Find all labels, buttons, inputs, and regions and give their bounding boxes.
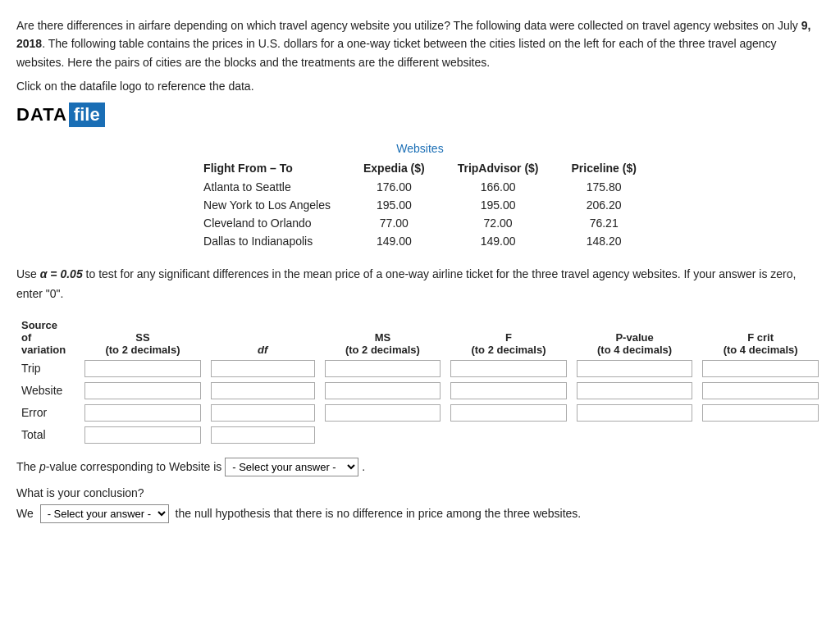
- anova-ms-input[interactable]: [325, 404, 441, 422]
- priceline-cell: 206.20: [555, 196, 653, 214]
- priceline-cell: 148.20: [555, 232, 653, 250]
- flight-cell: Dallas to Indianapolis: [187, 232, 347, 250]
- anova-ms-input[interactable]: [325, 360, 441, 377]
- anova-ms-cell: [320, 424, 446, 446]
- priceline-header: Priceline ($): [555, 158, 653, 178]
- anova-fcrit-input[interactable]: [702, 404, 819, 422]
- conclusion-text-after: the null hypothesis that there is no dif…: [176, 507, 582, 520]
- expedia-cell: 149.00: [347, 232, 441, 250]
- intro-paragraph: Are there differences in airfare dependi…: [16, 16, 824, 71]
- conclusion-line: We - Select your answer -rejectdo not re…: [16, 504, 824, 523]
- anova-f-cell[interactable]: [445, 380, 572, 402]
- alpha-symbol: α = 0.05: [40, 267, 83, 280]
- anova-ms-input[interactable]: [325, 382, 441, 399]
- anova-fcrit-cell: [697, 424, 824, 446]
- anova-fcrit-cell[interactable]: [697, 402, 824, 424]
- anova-df-input[interactable]: [211, 404, 315, 422]
- anova-ss-input[interactable]: [84, 382, 201, 399]
- flight-data-table: Flight From – To Expedia ($) TripAdvisor…: [187, 158, 653, 250]
- anova-ss-input[interactable]: [84, 360, 201, 377]
- anova-source-cell: Error: [16, 402, 80, 424]
- table-row: New York to Los Angeles 195.00 195.00 20…: [187, 196, 653, 214]
- alpha-rest: to test for any significant differences …: [16, 267, 796, 300]
- expedia-cell: 195.00: [347, 196, 441, 214]
- anova-ss-input[interactable]: [84, 404, 201, 422]
- priceline-cell: 175.80: [555, 178, 653, 196]
- anova-pvalue-cell[interactable]: [572, 402, 698, 424]
- pvalue-text-before: The p-value corresponding to Website is: [16, 460, 225, 473]
- anova-fcrit-input[interactable]: [702, 360, 819, 377]
- anova-df-input[interactable]: [211, 360, 315, 377]
- anova-table: Source of variation SS (to 2 decimals) d…: [16, 317, 824, 446]
- anova-ms-cell[interactable]: [320, 380, 446, 402]
- anova-row: Trip: [16, 358, 824, 380]
- priceline-cell: 76.21: [555, 214, 653, 232]
- anova-pvalue-input[interactable]: [577, 360, 693, 377]
- anova-pvalue-input[interactable]: [577, 404, 693, 422]
- logo-data-text: DATA: [16, 104, 67, 125]
- table-row: Cleveland to Orlando 77.00 72.00 76.21: [187, 214, 653, 232]
- ss-header: SS (to 2 decimals): [80, 317, 206, 358]
- anova-f-cell[interactable]: [445, 358, 572, 380]
- flight-cell: New York to Los Angeles: [187, 196, 347, 214]
- table-header-row: Flight From – To Expedia ($) TripAdvisor…: [187, 158, 653, 178]
- click-instruction: Click on the datafile logo to reference …: [16, 80, 824, 93]
- expedia-cell: 176.00: [347, 178, 441, 196]
- anova-section: Source of variation SS (to 2 decimals) d…: [16, 317, 824, 446]
- anova-pvalue-input[interactable]: [577, 382, 693, 399]
- df-header: df: [206, 317, 320, 358]
- anova-df-cell[interactable]: [206, 402, 320, 424]
- anova-f-input[interactable]: [450, 382, 567, 399]
- intro-text-after: . The following table contains the price…: [16, 37, 777, 68]
- anova-fcrit-input[interactable]: [702, 382, 819, 399]
- anova-df-cell[interactable]: [206, 358, 320, 380]
- pvalue-line: The p-value corresponding to Website is …: [16, 458, 824, 476]
- anova-pvalue-cell: [572, 424, 698, 446]
- anova-row: Total: [16, 424, 824, 446]
- anova-ms-cell[interactable]: [320, 402, 446, 424]
- anova-f-input[interactable]: [450, 360, 567, 377]
- table-row: Atlanta to Seattle 176.00 166.00 175.80: [187, 178, 653, 196]
- anova-df-cell[interactable]: [206, 424, 320, 446]
- tripadvisor-cell: 195.00: [441, 196, 555, 214]
- anova-pvalue-cell[interactable]: [572, 380, 698, 402]
- anova-pvalue-cell[interactable]: [572, 358, 698, 380]
- pvalue-header: P-value (to 4 decimals): [572, 317, 698, 358]
- anova-f-input[interactable]: [450, 404, 567, 422]
- anova-df-input[interactable]: [211, 382, 315, 399]
- tripadvisor-header: TripAdvisor ($): [441, 158, 555, 178]
- anova-ss-cell[interactable]: [80, 402, 206, 424]
- anova-fcrit-cell[interactable]: [697, 380, 824, 402]
- conclusion-section: What is your conclusion? We - Select you…: [16, 486, 824, 523]
- data-table-container: Websites Flight From – To Expedia ($) Tr…: [16, 142, 824, 250]
- tripadvisor-cell: 166.00: [441, 178, 555, 196]
- pvalue-text-after: .: [362, 460, 365, 473]
- use-text: Use: [16, 267, 37, 280]
- fcrit-header: F crit (to 4 decimals): [697, 317, 824, 358]
- anova-header-row-1: Source of variation SS (to 2 decimals) d…: [16, 317, 824, 358]
- anova-df-input[interactable]: [211, 426, 315, 444]
- source-header: Source of variation: [16, 317, 80, 358]
- anova-df-cell[interactable]: [206, 380, 320, 402]
- anova-ms-cell[interactable]: [320, 358, 446, 380]
- anova-ss-cell[interactable]: [80, 380, 206, 402]
- flight-cell: Cleveland to Orlando: [187, 214, 347, 232]
- conclusion-select[interactable]: - Select your answer -rejectdo not rejec…: [40, 504, 169, 523]
- anova-ss-input[interactable]: [84, 426, 201, 444]
- anova-ss-cell[interactable]: [80, 424, 206, 446]
- p-italic: p: [39, 460, 46, 473]
- datafile-logo[interactable]: DATA file: [16, 103, 105, 127]
- anova-source-cell: Website: [16, 380, 80, 402]
- anova-f-cell: [445, 424, 572, 446]
- anova-ss-cell[interactable]: [80, 358, 206, 380]
- table-row: Dallas to Indianapolis 149.00 149.00 148…: [187, 232, 653, 250]
- anova-source-cell: Total: [16, 424, 80, 446]
- anova-f-cell[interactable]: [445, 402, 572, 424]
- pvalue-select[interactable]: - Select your answer -less than 0.01betw…: [225, 458, 358, 476]
- conclusion-question: What is your conclusion?: [16, 486, 824, 499]
- logo-file-text: file: [69, 103, 105, 127]
- flight-header: Flight From – To: [187, 158, 347, 178]
- anova-row: Error: [16, 402, 824, 424]
- ms-header: MS (to 2 decimals): [320, 317, 446, 358]
- anova-fcrit-cell[interactable]: [697, 358, 824, 380]
